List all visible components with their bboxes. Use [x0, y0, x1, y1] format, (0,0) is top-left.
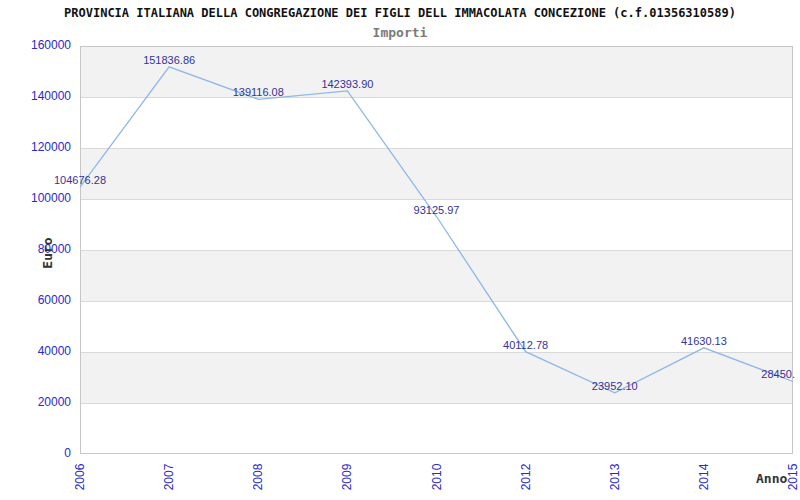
gridline: [81, 97, 792, 98]
gridline: [81, 301, 792, 302]
point-label: 142393.90: [321, 78, 373, 90]
x-tick-label: 2015: [787, 464, 800, 491]
background-band: [81, 98, 792, 149]
x-tick-label: 2010: [430, 464, 443, 491]
x-tick-label: 2009: [341, 464, 354, 491]
x-tick-label: 2007: [163, 464, 176, 491]
x-tick-label: 2014: [697, 464, 710, 491]
y-tick-label: 80000: [0, 243, 71, 256]
gridline: [81, 199, 792, 200]
x-tick-label: 2013: [608, 464, 621, 491]
point-label: 28450.: [761, 368, 795, 380]
x-tick-label: 2012: [519, 464, 532, 491]
gridline: [81, 352, 792, 353]
chart-subtitle: Importi: [0, 25, 800, 40]
x-tick-label: 2008: [252, 464, 265, 491]
point-label: 151836.86: [143, 54, 195, 66]
background-band: [81, 251, 792, 302]
plot-area: [80, 46, 793, 454]
gridline: [81, 250, 792, 251]
y-tick-label: 0: [0, 447, 71, 460]
point-label: 104676.28: [54, 174, 106, 186]
point-label: 139116.08: [233, 86, 284, 98]
point-label: 23952.10: [592, 380, 638, 392]
y-tick-label: 20000: [0, 396, 71, 409]
y-tick-label: 160000: [0, 39, 71, 52]
x-axis-title: Anno: [756, 471, 787, 486]
y-tick-label: 60000: [0, 294, 71, 307]
point-label: 93125.97: [414, 204, 460, 216]
y-tick-label: 100000: [0, 192, 71, 205]
gridline: [81, 148, 792, 149]
line-chart: PROVINCIA ITALIANA DELLA CONGREGAZIONE D…: [0, 0, 800, 500]
chart-title: PROVINCIA ITALIANA DELLA CONGREGAZIONE D…: [0, 6, 800, 20]
y-tick-label: 140000: [0, 90, 71, 103]
background-band: [81, 404, 792, 454]
y-axis-title: Euro: [40, 237, 55, 268]
x-tick-label: 2006: [74, 464, 87, 491]
y-tick-label: 40000: [0, 345, 71, 358]
point-label: 40112.78: [503, 339, 548, 351]
point-label: 41630.13: [681, 335, 727, 347]
background-band: [81, 353, 792, 404]
background-band: [81, 149, 792, 200]
y-tick-label: 120000: [0, 141, 71, 154]
gridline: [81, 403, 792, 404]
